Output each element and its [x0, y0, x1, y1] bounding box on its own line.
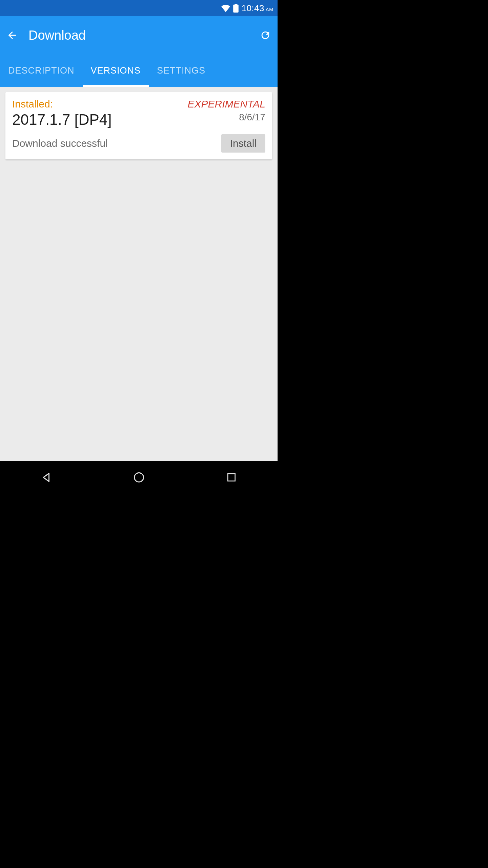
svg-rect-3	[228, 474, 235, 481]
card-action-row: Download successful Install	[12, 134, 265, 153]
version-date: 8/6/17	[239, 112, 265, 123]
system-nav-bar	[0, 461, 278, 494]
tab-bar: DESCRIPTION VERSIONS SETTINGS	[0, 54, 278, 87]
status-time: 10:43 AM	[241, 3, 273, 14]
wifi-icon	[221, 4, 230, 12]
nav-back-button[interactable]	[33, 464, 60, 491]
version-row: 2017.1.7 [DP4] 8/6/17	[12, 113, 265, 128]
screen: 10:43 AM Download DESCRIPTION VERSIONS S…	[0, 0, 278, 494]
tab-label: VERSIONS	[91, 65, 141, 76]
triangle-back-icon	[40, 471, 53, 484]
arrow-left-icon	[6, 29, 18, 41]
svg-rect-1	[235, 4, 237, 5]
app-bar: Download	[0, 16, 278, 54]
app-title: Download	[28, 28, 249, 43]
svg-point-2	[134, 473, 143, 482]
installed-label: Installed:	[12, 98, 53, 110]
tab-description[interactable]: DESCRIPTION	[0, 54, 83, 87]
download-status: Download successful	[12, 138, 108, 149]
battery-icon	[233, 4, 239, 13]
nav-recent-button[interactable]	[218, 464, 245, 491]
install-button[interactable]: Install	[221, 134, 265, 153]
circle-home-icon	[133, 471, 145, 484]
card-header-row: Installed: EXPERIMENTAL	[12, 98, 265, 110]
clock-time: 10:43	[241, 3, 264, 14]
clock-ampm: AM	[266, 7, 273, 12]
svg-rect-0	[233, 5, 239, 13]
tab-label: DESCRIPTION	[8, 65, 75, 76]
status-bar: 10:43 AM	[0, 0, 278, 16]
refresh-icon	[260, 29, 271, 41]
version-card: Installed: EXPERIMENTAL 2017.1.7 [DP4] 8…	[5, 92, 272, 159]
tab-settings[interactable]: SETTINGS	[149, 54, 214, 87]
experimental-badge: EXPERIMENTAL	[188, 98, 266, 110]
back-button[interactable]	[5, 28, 19, 42]
tab-versions[interactable]: VERSIONS	[83, 54, 149, 87]
refresh-button[interactable]	[259, 28, 272, 42]
tab-label: SETTINGS	[157, 65, 205, 76]
content-area: Installed: EXPERIMENTAL 2017.1.7 [DP4] 8…	[0, 87, 278, 461]
square-recent-icon	[226, 472, 237, 483]
version-number: 2017.1.7 [DP4]	[12, 111, 112, 128]
nav-home-button[interactable]	[125, 464, 152, 491]
